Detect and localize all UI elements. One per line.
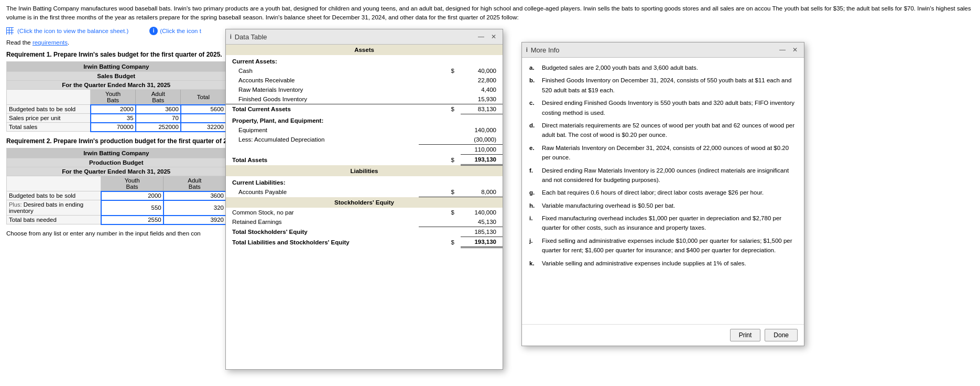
item-text-g: Each bat requires 0.6 hours of direct la… <box>542 188 764 197</box>
table-row: Budgeted bats to be sold <box>7 105 226 114</box>
list-item: b. Finished Goods Inventory on December … <box>529 76 797 95</box>
balance-sheet-link[interactable]: (Click the icon to view the balance shee… <box>6 27 128 35</box>
done-button[interactable]: Done <box>765 329 798 341</box>
total-input-field-2[interactable] <box>187 124 224 130</box>
row-label-2: Total sales <box>7 123 91 132</box>
tle-amount: 193,130 <box>461 237 503 248</box>
accum-dep-amount: (30,000) <box>461 135 503 145</box>
cs-label: Common Stock, no par <box>226 208 419 217</box>
ta-dollar: $ <box>419 155 461 165</box>
total-input-0[interactable] <box>181 105 226 114</box>
prod-row-label-2: Total bats needed <box>7 216 101 224</box>
req2-label-text: Requirement 2. <box>6 137 52 145</box>
equity-header: Stockholders' Equity <box>226 197 503 208</box>
re-amount: 45,130 <box>461 217 503 227</box>
re-dollar <box>419 217 461 227</box>
youth-input-field-0[interactable] <box>97 106 134 112</box>
youth-input-0[interactable] <box>91 105 136 114</box>
more-info-modal: i More Info — ✕ a. Budgeted sales are 2,… <box>521 42 804 346</box>
prod-adult-field-1[interactable] <box>187 205 224 211</box>
list-item: a. Budgeted sales are 2,000 youth bats a… <box>529 63 797 72</box>
prod-youth-2[interactable] <box>101 216 164 224</box>
prod-adult-field-0[interactable] <box>187 192 224 199</box>
prod-youth-1[interactable] <box>101 200 164 216</box>
ppe-net: 110,000 <box>461 145 503 155</box>
tca-dollar: $ <box>419 104 461 114</box>
accum-dep-dollar <box>419 135 461 145</box>
prod-youth-field-1[interactable] <box>125 205 161 211</box>
total-input-field-1[interactable] <box>187 115 224 121</box>
table-row: Total sales <box>7 123 226 132</box>
youth-input-2[interactable] <box>91 123 136 132</box>
rmi-amount: 4,400 <box>461 85 503 94</box>
prod-youth-0[interactable] <box>101 191 164 200</box>
total-equity-row: Total Stockholders' Equity 185,130 <box>226 227 503 237</box>
req1-text: Prepare Irwin's sales budget for the fir… <box>53 51 222 58</box>
prod-youth-field-2[interactable] <box>125 217 161 223</box>
item-letter-a: a. <box>529 63 538 72</box>
cs-dollar: $ <box>419 208 461 217</box>
total-input-1[interactable] <box>181 114 226 123</box>
prod-row-label-0: Budgeted bats to be sold <box>7 191 101 200</box>
tse-amount: 185,130 <box>461 227 503 237</box>
total-input-field-0[interactable] <box>187 106 224 112</box>
youth-input-field-1[interactable] <box>97 115 134 121</box>
adult-input-field-1[interactable] <box>142 115 179 121</box>
item-text-h: Variable manufacturing overhead is $0.50… <box>542 201 675 210</box>
prod-period: For the Quarter Ended March 31, 2025 <box>7 167 226 176</box>
adult-input-2[interactable] <box>136 123 181 132</box>
youth-input-1[interactable] <box>91 114 136 123</box>
grid-icon <box>6 27 14 35</box>
adult-input-0[interactable] <box>136 105 181 114</box>
sales-budget-name: Sales Budget <box>7 71 226 80</box>
tca-amount: 83,130 <box>461 104 503 114</box>
list-item: h. Variable manufacturing overhead is $0… <box>529 201 797 210</box>
prod-adult-1[interactable] <box>164 200 226 216</box>
requirements-link[interactable]: requirements <box>32 39 68 46</box>
req2-text: Prepare Irwin's production budget for th… <box>53 137 237 145</box>
list-item: d. Direct materials requirements are 52 … <box>529 121 797 140</box>
adult-input-1[interactable] <box>136 114 181 123</box>
cash-dollar: $ <box>419 66 461 76</box>
prod-adult-0[interactable] <box>164 191 226 200</box>
ta-amount: 193,130 <box>461 155 503 165</box>
total-assets-row: Total Assets $ 193,130 <box>226 155 503 165</box>
equip-dollar <box>419 125 461 135</box>
prod-adult-field-2[interactable] <box>187 217 224 223</box>
list-item: j. Fixed selling and administrative expe… <box>529 236 797 255</box>
prod-col-adult-header: Adult Bats <box>164 176 226 191</box>
list-item: e. Raw Materials Inventory on December 3… <box>529 143 797 163</box>
prod-adult-2[interactable] <box>164 216 226 224</box>
adult-input-field-0[interactable] <box>142 106 179 112</box>
item-letter-b: b. <box>529 76 538 95</box>
data-table-info-icon: i <box>230 33 232 40</box>
tse-label: Total Stockholders' Equity <box>226 227 419 237</box>
data-table-link[interactable]: i (Click the icon t <box>149 27 201 35</box>
item-letter-c: c. <box>529 98 538 117</box>
item-text-k: Variable selling and administrative expe… <box>542 259 746 268</box>
data-table-minimize-button[interactable]: — <box>476 32 486 41</box>
rmi-label: Raw Materials Inventory <box>226 85 419 94</box>
table-row: 110,000 <box>226 145 503 155</box>
ar-dollar <box>419 76 461 85</box>
total-input-2[interactable] <box>181 123 226 132</box>
ppe-header: Property, Plant, and Equipment: <box>226 114 503 126</box>
data-table-close-button[interactable]: ✕ <box>489 32 498 41</box>
item-letter-g: g. <box>529 188 538 197</box>
balance-sheet-text: (Click the icon to view the balance shee… <box>17 28 128 34</box>
more-info-minimize-button[interactable]: — <box>778 45 787 55</box>
print-button[interactable]: Print <box>730 329 761 341</box>
prod-youth-field-0[interactable] <box>125 192 161 199</box>
cs-amount: 140,000 <box>461 208 503 217</box>
equip-amount: 140,000 <box>461 125 503 135</box>
item-text-j: Fixed selling and administrative expense… <box>542 236 797 255</box>
more-info-close-button[interactable]: ✕ <box>790 45 800 55</box>
more-info-icon: i <box>526 46 528 53</box>
item-text-a: Budgeted sales are 2,000 youth bats and … <box>542 63 698 72</box>
data-table-modal: i Data Table — ✕ Assets Current Assets: … <box>225 29 503 370</box>
table-row: Equipment 140,000 <box>226 125 503 135</box>
item-text-b: Finished Goods Inventory on December 31,… <box>542 76 797 95</box>
adult-input-field-2[interactable] <box>142 124 179 130</box>
youth-input-field-2[interactable] <box>97 124 134 130</box>
fgi-label: Finished Goods Inventory <box>226 94 419 104</box>
